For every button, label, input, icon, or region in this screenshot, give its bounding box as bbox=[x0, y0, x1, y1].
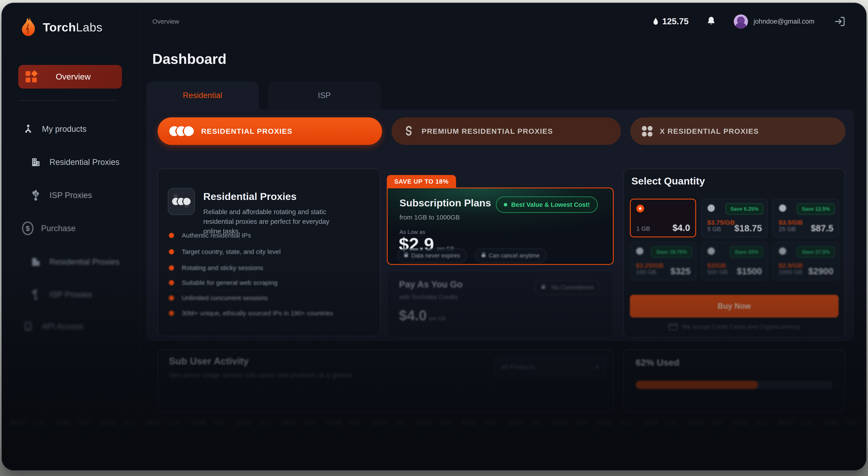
bullet-label: Target country, state, and city level bbox=[182, 248, 281, 255]
feature-bullet: Unlimited concurrent sessions bbox=[169, 294, 268, 302]
residential-info-card: Residential Proxies Reliable and afforda… bbox=[158, 168, 380, 336]
brand-name-bold: Torch bbox=[43, 21, 76, 34]
radio-icon[interactable] bbox=[636, 247, 644, 255]
feature-bullet: Suitable for general web scraping bbox=[169, 279, 278, 286]
sub-user-subtitle: See proxy usage across sub-users and pro… bbox=[169, 371, 352, 379]
lock-icon bbox=[482, 254, 485, 257]
pay-as-you-go-card[interactable]: Pay As You Go with Torchlabs Credits No … bbox=[387, 271, 614, 337]
quantity-price: $87.5 bbox=[811, 223, 833, 233]
account-email[interactable]: johndoe@gmail.com bbox=[753, 18, 814, 25]
bullet-dot-icon bbox=[169, 233, 174, 238]
usb-icon bbox=[30, 190, 41, 201]
pill-cancel-anytime: Can cancel anytime bbox=[475, 249, 547, 263]
quantity-option-5gb[interactable]: Save 6.25% $3.75/GB 5 GB $18.75 bbox=[701, 199, 768, 237]
sidebar-item-label: ISP Proxies bbox=[50, 290, 92, 299]
quantity-option-500gb[interactable]: Save 25% $3/GB 500 GB $1500 bbox=[701, 242, 768, 280]
lock-icon bbox=[404, 254, 408, 257]
lock-icon bbox=[541, 286, 545, 289]
avatar[interactable] bbox=[734, 14, 748, 29]
quantity-option-1gb[interactable]: 1 GB $4.0 bbox=[630, 199, 696, 237]
logout-icon[interactable] bbox=[834, 15, 846, 28]
sidebar-item-label: Overview bbox=[56, 72, 91, 82]
products-icon bbox=[23, 123, 34, 135]
quantity-option-25gb[interactable]: Save 12.5% $3.5/GB 25 GB $87.5 bbox=[773, 199, 839, 237]
tab-label: Residential bbox=[183, 91, 222, 100]
info-card-title: Residential Proxies bbox=[203, 190, 297, 202]
feature-bullet: Rotating and sticky sessions bbox=[169, 264, 263, 272]
sidebar-item-purchase-residential[interactable]: Residential Proxies bbox=[30, 256, 119, 267]
quantity-price: $325 bbox=[671, 266, 690, 277]
residential-proxies-button[interactable]: RESIDENTIAL PROXIES bbox=[158, 117, 382, 145]
usage-card: 62% Used bbox=[623, 349, 845, 413]
main-content: Dashboard Residential ISP RESIDENTIAL PR… bbox=[141, 40, 866, 470]
buy-now-button[interactable]: Buy Now bbox=[630, 295, 839, 318]
sidebar-item-my-products[interactable]: My products bbox=[23, 123, 87, 135]
tab-isp[interactable]: ISP bbox=[268, 82, 380, 109]
feature-bullet: 30M+ unique, ethically sourced IPs in 19… bbox=[169, 310, 333, 317]
bullet-dot-icon bbox=[169, 280, 174, 285]
x-residential-proxies-button[interactable]: X RESIDENTIAL PROXIES bbox=[630, 117, 845, 145]
green-dot-icon bbox=[504, 203, 507, 207]
payg-subtitle: with Torchlabs Credits bbox=[399, 294, 458, 300]
sidebar-item-label: My products bbox=[42, 125, 87, 134]
select-quantity-title: Select Quantity bbox=[631, 175, 705, 187]
bullet-label: 30M+ unique, ethically sourced IPs in 19… bbox=[182, 310, 333, 317]
sidebar-item-isp-proxies[interactable]: ISP Proxies bbox=[30, 190, 92, 201]
radio-icon[interactable] bbox=[707, 204, 715, 212]
bullet-label: Authentic residential IPs bbox=[182, 232, 251, 239]
premium-residential-proxies-button[interactable]: PREMIUM RESIDENTIAL PROXIES bbox=[392, 117, 621, 145]
feature-bullet: Target country, state, and city level bbox=[169, 248, 281, 255]
sidebar-item-label: ISP Proxies bbox=[50, 191, 92, 200]
quantity-option-100gb[interactable]: Save 18.75% $3.25/GB 100 GB $325 bbox=[630, 242, 696, 280]
sidebar-item-overview[interactable]: Overview bbox=[18, 65, 122, 89]
quantity-option-1000gb[interactable]: Save 27.5% $2.9/GB 1000 GB $2900 bbox=[773, 242, 839, 280]
save-badge: SAVE UP TO 18% bbox=[387, 175, 456, 188]
bullet-dot-icon bbox=[169, 311, 174, 316]
sidebar-item-residential-proxies[interactable]: Residential Proxies bbox=[30, 157, 119, 168]
button-label: RESIDENTIAL PROXIES bbox=[201, 127, 292, 135]
quantity-size: 100 GB bbox=[636, 269, 656, 276]
flame-icon bbox=[21, 17, 37, 37]
sub-user-activity-card: Sub User Activity See proxy usage across… bbox=[158, 349, 614, 413]
breadcrumb: Overview bbox=[152, 18, 179, 25]
balance[interactable]: 125.75 bbox=[652, 17, 689, 26]
notifications-bell-icon[interactable] bbox=[707, 16, 715, 27]
premium-icon bbox=[403, 126, 414, 137]
best-value-badge: Best Value & Lowest Cost! bbox=[496, 196, 598, 213]
radio-icon[interactable] bbox=[779, 204, 786, 212]
save-percent-badge: Save 25% bbox=[730, 246, 763, 258]
radio-icon[interactable] bbox=[779, 247, 786, 255]
credit-card-icon bbox=[669, 323, 678, 330]
topbar: Overview 125.75 johndoe@gmail.com bbox=[141, 3, 866, 40]
payg-price: $4.0 per GB bbox=[399, 307, 446, 324]
price-value: $4.0 bbox=[399, 307, 427, 324]
sidebar-item-label: Residential Proxies bbox=[50, 257, 119, 266]
quantity-price: $4.0 bbox=[673, 223, 690, 233]
subscription-plans-card[interactable]: Subscription Plans from 1GB to 1000GB Be… bbox=[387, 188, 614, 265]
pill-data-never-expires: Data never expires bbox=[397, 249, 467, 263]
radio-icon[interactable] bbox=[707, 247, 715, 255]
radio-selected-icon[interactable] bbox=[636, 205, 644, 213]
proxies-circles-icon bbox=[169, 126, 194, 136]
button-label: X RESIDENTIAL PROXIES bbox=[660, 127, 759, 135]
app-window: TorchLabs Overview My products Residenti… bbox=[2, 3, 866, 470]
rate-per-gb: $2.9/GB bbox=[779, 262, 803, 269]
payment-note: We accept Credit Cards and Cryptocurrenc… bbox=[630, 323, 839, 330]
save-percent-badge: Save 27.5% bbox=[797, 246, 835, 258]
usb-icon bbox=[30, 289, 41, 300]
building-icon bbox=[30, 256, 41, 267]
bullet-label: Rotating and sticky sessions bbox=[182, 264, 263, 272]
usage-progress-track bbox=[636, 381, 833, 389]
sidebar-item-purchase-isp[interactable]: ISP Proxies bbox=[30, 289, 92, 300]
brand-name: TorchLabs bbox=[43, 20, 102, 34]
sidebar-item-api-access[interactable]: API Access bbox=[23, 321, 83, 332]
sidebar-item-label: API Access bbox=[42, 322, 83, 331]
tab-residential[interactable]: Residential bbox=[146, 82, 259, 109]
building-icon bbox=[30, 157, 41, 168]
products-dropdown[interactable]: All Products ▲▼ bbox=[494, 356, 606, 378]
sidebar-item-label: Residential Proxies bbox=[50, 158, 119, 167]
bullet-dot-icon bbox=[169, 265, 174, 271]
sidebar-item-purchase[interactable]: $ Purchase bbox=[22, 223, 76, 234]
rate-per-gb: $3.5/GB bbox=[779, 219, 803, 226]
page-title: Dashboard bbox=[152, 51, 226, 67]
